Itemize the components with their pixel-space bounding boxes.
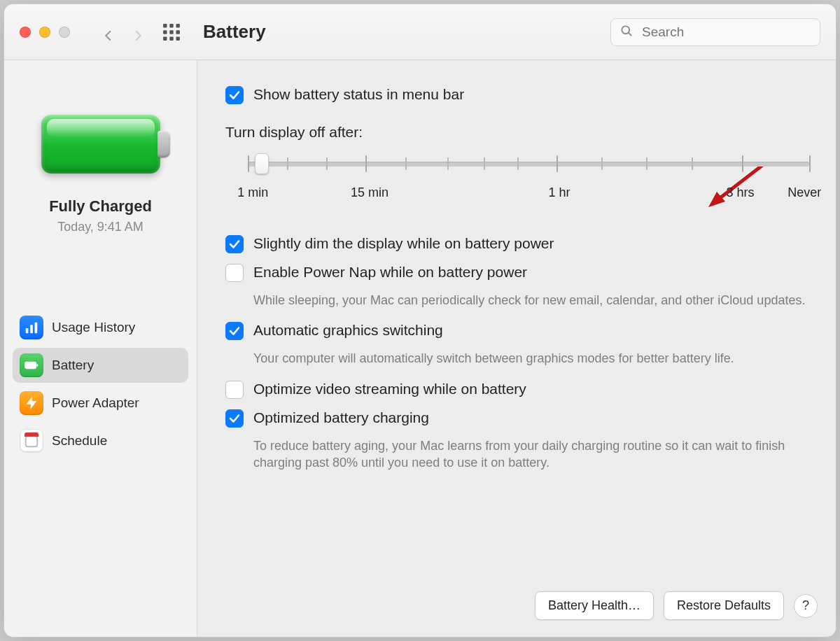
slider-thumb[interactable]: [255, 153, 269, 174]
show-all-icon[interactable]: [162, 23, 181, 41]
svg-rect-6: [163, 36, 167, 40]
slider-label-1hr: 1 hr: [549, 185, 570, 200]
sidebar-list: Usage History Battery Power Adapter: [13, 310, 188, 458]
svg-rect-17: [26, 437, 38, 447]
svg-rect-7: [169, 36, 173, 40]
option-optimized-charging-checkbox[interactable]: [225, 409, 244, 428]
sidebar-item-label: Usage History: [52, 320, 135, 335]
svg-rect-1: [169, 24, 173, 27]
zoom-window[interactable]: [59, 27, 70, 38]
option-dim-display: Slightly dim the display while on batter…: [225, 234, 816, 253]
minimize-window[interactable]: [39, 27, 50, 38]
forward-button[interactable]: [132, 26, 144, 38]
svg-rect-2: [176, 24, 180, 27]
slider-labels: 1 min 15 min 1 hr 3 hrs Never: [232, 185, 816, 204]
footer: Battery Health… Restore Defaults ?: [535, 591, 818, 620]
show-status-row: Show battery status in menu bar: [225, 85, 816, 104]
search-icon: [620, 24, 634, 41]
usage-history-icon: [20, 316, 43, 339]
svg-rect-0: [163, 24, 167, 27]
show-status-checkbox[interactable]: [225, 86, 244, 104]
battery-hero: Fully Charged Today, 9:41 AM: [13, 115, 188, 234]
slider-label-1min: 1 min: [237, 185, 268, 200]
option-label: Slightly dim the display while on batter…: [253, 234, 554, 253]
close-window[interactable]: [20, 27, 31, 38]
slider-ticks: [248, 157, 809, 170]
power-adapter-icon: [20, 391, 43, 415]
option-power-nap-desc: While sleeping, your Mac can periodicall…: [253, 292, 816, 309]
svg-rect-15: [36, 364, 38, 367]
sidebar-item-power-adapter[interactable]: Power Adapter: [13, 386, 188, 421]
svg-rect-12: [30, 325, 33, 333]
option-video-streaming: Optimize video streaming while on batter…: [225, 380, 816, 399]
svg-marker-16: [27, 397, 37, 409]
slider-label-never: Never: [788, 185, 821, 200]
pane-title: Battery: [203, 21, 266, 43]
sidebar-item-label: Battery: [52, 358, 94, 373]
main-content: Show battery status in menu bar Turn dis…: [197, 60, 836, 637]
battery-graphic: [41, 115, 160, 174]
option-auto-graphics: Automatic graphics switching: [225, 321, 816, 340]
option-auto-graphics-checkbox[interactable]: [225, 322, 244, 340]
show-status-label: Show battery status in menu bar: [253, 85, 464, 104]
svg-rect-13: [35, 323, 38, 334]
sidebar-item-usage-history[interactable]: Usage History: [13, 310, 188, 345]
search-field[interactable]: [610, 18, 820, 46]
option-auto-graphics-desc: Your computer will automatically switch …: [253, 350, 816, 367]
svg-rect-11: [26, 328, 29, 333]
svg-rect-3: [163, 30, 167, 34]
svg-rect-8: [176, 36, 180, 40]
sidebar-item-schedule[interactable]: Schedule: [13, 423, 188, 458]
svg-rect-4: [169, 30, 173, 34]
sidebar-item-battery[interactable]: Battery: [13, 348, 188, 383]
nav-buttons: [102, 26, 144, 38]
body: Fully Charged Today, 9:41 AM Usage Histo…: [4, 60, 836, 637]
option-optimized-charging-desc: To reduce battery aging, your Mac learns…: [253, 437, 816, 472]
display-off-label: Turn display off after:: [225, 124, 816, 141]
window-controls: [20, 27, 70, 38]
display-off-slider[interactable]: [234, 150, 812, 178]
slider-label-3hrs: 3 hrs: [727, 185, 755, 200]
battery-status-time: Today, 9:41 AM: [57, 220, 144, 234]
battery-status-title: Fully Charged: [49, 197, 152, 216]
option-power-nap: Enable Power Nap while on battery power: [225, 263, 816, 282]
search-input[interactable]: [640, 24, 811, 41]
option-label: Automatic graphics switching: [253, 321, 443, 339]
help-button[interactable]: ?: [794, 594, 818, 618]
sidebar-item-label: Schedule: [52, 433, 107, 449]
battery-health-button[interactable]: Battery Health…: [535, 591, 654, 620]
slider-label-15min: 15 min: [351, 185, 388, 200]
option-label: Optimized battery charging: [253, 409, 429, 427]
sidebar: Fully Charged Today, 9:41 AM Usage Histo…: [4, 60, 197, 637]
toolbar: Battery: [4, 4, 836, 60]
svg-rect-5: [176, 30, 180, 34]
battery-preferences-window: Battery Fully Charged Today, 9:41 AM: [4, 3, 836, 638]
option-dim-display-checkbox[interactable]: [225, 235, 244, 253]
svg-rect-14: [25, 362, 36, 368]
option-video-streaming-checkbox[interactable]: [225, 381, 244, 399]
svg-line-10: [629, 32, 631, 35]
option-optimized-charging: Optimized battery charging: [225, 409, 816, 428]
back-button[interactable]: [102, 26, 115, 38]
option-label: Optimize video streaming while on batter…: [253, 380, 526, 398]
option-label: Enable Power Nap while on battery power: [253, 263, 527, 281]
option-power-nap-checkbox[interactable]: [225, 264, 244, 282]
battery-icon: [20, 353, 43, 377]
restore-defaults-button[interactable]: Restore Defaults: [664, 591, 784, 620]
schedule-icon: [20, 429, 43, 453]
sidebar-item-label: Power Adapter: [52, 395, 139, 411]
